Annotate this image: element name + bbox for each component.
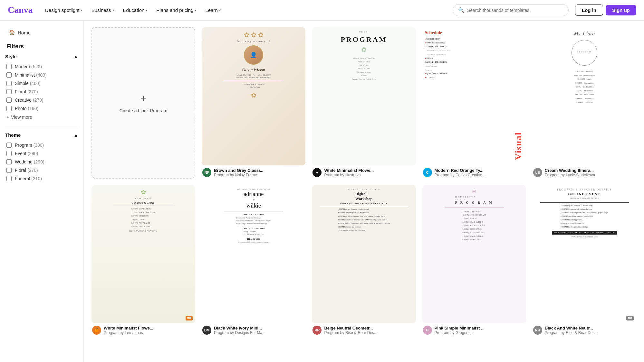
template-card[interactable]: REALLY GREAT SITE ✦ DigitalWorkshop PROG… (312, 185, 416, 337)
template-card[interactable]: Schedule ● REGISTRATION ● OPENING REMARK… (422, 27, 526, 179)
chevron-up-icon: ▲ (73, 132, 78, 138)
template-author: Program by Gregorius (435, 330, 485, 335)
plus-icon: + (140, 92, 147, 104)
filter-program-checkbox[interactable] (6, 143, 12, 148)
nav-plans-pricing[interactable]: Plans and pricing ▾ (152, 5, 200, 15)
chevron-up-icon: ▲ (73, 54, 78, 59)
filter-wedding[interactable]: Wedding (290) (5, 158, 78, 166)
filter-floral-theme[interactable]: Floral (270) (5, 166, 78, 174)
template-name: Modern Red Orange Ty... (435, 168, 486, 173)
template-thumbnail: PROG PROGRAM ✿ 123 Anywhere St., Any Cit… (312, 27, 416, 165)
template-info: RR Beige Neutral Geometr... Program by R… (312, 323, 416, 336)
view-more-style[interactable]: + View more (5, 113, 78, 122)
canva-logo[interactable]: Canva (8, 5, 34, 16)
template-name: White Minimalist Flowe... (324, 168, 374, 173)
style-filter-header[interactable]: Style ▲ (5, 54, 78, 59)
nav-business[interactable]: Business ▾ (88, 5, 118, 15)
template-info: C Modern Red Orange Ty... Program by Can… (422, 165, 526, 179)
template-author: Program by Lemannas (104, 330, 153, 335)
template-name: Black White Ivory Mini... (214, 326, 265, 330)
filter-simple-checkbox[interactable] (6, 81, 12, 86)
theme-filter-header[interactable]: Theme ▲ (5, 132, 78, 138)
template-thumbnail: Welcome to the wedding of adrianne + wil… (202, 185, 305, 323)
template-card[interactable]: PROG PROGRAM ✿ 123 Anywhere St., Any Cit… (312, 27, 416, 179)
search-bar: 🔍 (453, 4, 569, 16)
filter-minimalist-checkbox[interactable] (6, 72, 12, 78)
template-thumbnail: ✿ PROGRAM Jonathan & Gloria 5:00 PM DINN… (91, 185, 195, 323)
template-info: LS Cream Wedding Itinera... Program by L… (533, 165, 636, 179)
search-input[interactable] (467, 8, 563, 13)
template-author: Program by Rise & Roar Des... (545, 330, 598, 335)
avatar: C (423, 168, 432, 177)
chevron-down-icon: ▾ (219, 8, 221, 12)
template-name: Pink Simple Minimalist ... (435, 326, 485, 330)
create-blank-card[interactable]: + Create a blank Program (91, 27, 195, 179)
create-blank-label: Create a blank Program (120, 108, 168, 113)
avatar: LS (533, 168, 542, 177)
svg-text:Canva: Canva (8, 5, 33, 15)
nav-education[interactable]: Education ▾ (119, 5, 151, 15)
template-author: Program by Illustrava (324, 173, 374, 177)
template-thumbnail: ⊕ HENRIETTAJAMIEP R O G R A M 11:00 AM C… (422, 185, 526, 323)
nav-links: Design spotlight ▾ Business ▾ Education … (41, 5, 450, 15)
nav-learn[interactable]: Learn ▾ (201, 5, 224, 15)
template-info: DM Black White Ivory Mini... Program by … (202, 323, 305, 336)
template-name: Brown and Grey Classi... (214, 168, 263, 173)
filter-photo-checkbox[interactable] (6, 106, 12, 111)
template-card[interactable]: ✿ ✿ ✿ In loving memory of 👤 Olivia Wilso… (202, 27, 305, 179)
filter-event-checkbox[interactable] (6, 151, 12, 156)
template-card[interactable]: ⊕ HENRIETTAJAMIEP R O G R A M 11:00 AM C… (422, 185, 526, 337)
template-author: Program by Designs For Ma... (214, 330, 265, 335)
filter-event[interactable]: Event (290) (5, 149, 78, 158)
template-info: NF Brown and Grey Classi... Program by N… (202, 165, 305, 179)
template-card[interactable]: Ms. Clara PROGRAM━━━━━━━━ 10:00 AM Cerem… (533, 27, 636, 179)
chevron-down-icon: ▾ (81, 8, 82, 12)
filter-funeral[interactable]: Funeral (210) (5, 174, 78, 183)
template-author: Program by Rise & Roar Des... (324, 330, 377, 335)
template-name: Black And White Neutr... (545, 326, 598, 330)
avatar: NF (202, 168, 211, 177)
filter-modern-checkbox[interactable] (6, 64, 12, 69)
filter-floral-theme-checkbox[interactable] (6, 168, 12, 173)
nav-design-spotlight[interactable]: Design spotlight ▾ (41, 5, 86, 15)
avatar: RR (312, 326, 322, 335)
sidebar-home[interactable]: 🏠 Home (5, 27, 78, 38)
signup-button[interactable]: Sign up (606, 5, 636, 15)
template-thumbnail: REALLY GREAT SITE ✦ DigitalWorkshop PROG… (312, 185, 416, 323)
login-button[interactable]: Log in (575, 5, 603, 16)
template-card[interactable]: PROGRAM & SPEAKER DETAILS ONLINE EVENT P… (533, 185, 636, 337)
template-author: Program by Lucie Sindelkova (545, 173, 595, 177)
filter-program[interactable]: Program (380) (5, 141, 78, 149)
chevron-down-icon: ▾ (195, 8, 196, 12)
template-card[interactable]: Welcome to the wedding of adrianne + wil… (202, 185, 305, 337)
filter-wedding-checkbox[interactable] (6, 159, 12, 164)
template-info: G Pink Simple Minimalist ... Program by … (422, 323, 526, 336)
template-info: 🍊 White Minimalist Flowe... Program by L… (91, 323, 195, 336)
filter-creative[interactable]: Creative (270) (5, 96, 78, 104)
template-name: Cream Wedding Itinera... (545, 168, 595, 173)
filter-photo[interactable]: Photo (190) (5, 104, 78, 113)
search-icon: 🔍 (458, 7, 465, 13)
template-thumbnail: PROGRAM & SPEAKER DETAILS ONLINE EVENT P… (533, 185, 636, 323)
filter-floral-style-checkbox[interactable] (6, 89, 12, 94)
nav-auth: Log in Sign up (575, 5, 636, 16)
templates-content: + Create a blank Program ✿ ✿ ✿ In loving… (84, 21, 644, 362)
filter-funeral-checkbox[interactable] (6, 176, 12, 181)
navbar: Canva Design spotlight ▾ Business ▾ Educ… (0, 0, 644, 21)
avatar: 🍊 (92, 326, 101, 335)
filter-modern[interactable]: Modern (520) (5, 62, 78, 71)
chevron-down-icon: ▾ (112, 8, 114, 12)
home-icon: 🏠 (9, 30, 15, 35)
avatar: DM (202, 326, 211, 335)
filter-creative-checkbox[interactable] (6, 97, 12, 103)
theme-filter-group: Theme ▲ Program (380) Event (290) Weddin… (5, 132, 78, 183)
template-author: Program by Canva Creative ... (435, 173, 486, 177)
template-card[interactable]: ✿ PROGRAM Jonathan & Gloria 5:00 PM DINN… (91, 185, 195, 337)
filter-simple[interactable]: Simple (400) (5, 79, 78, 88)
template-author: Program by Noisy Frame (214, 173, 263, 177)
template-thumbnail: Ms. Clara PROGRAM━━━━━━━━ 10:00 AM Cerem… (533, 27, 636, 165)
filter-floral-style[interactable]: Floral (270) (5, 88, 78, 96)
main-layout: 🏠 Home Filters Style ▲ Modern (520) Mini… (0, 21, 644, 362)
filter-minimalist[interactable]: Minimalist (400) (5, 71, 78, 79)
filters-title: Filters (6, 43, 78, 50)
